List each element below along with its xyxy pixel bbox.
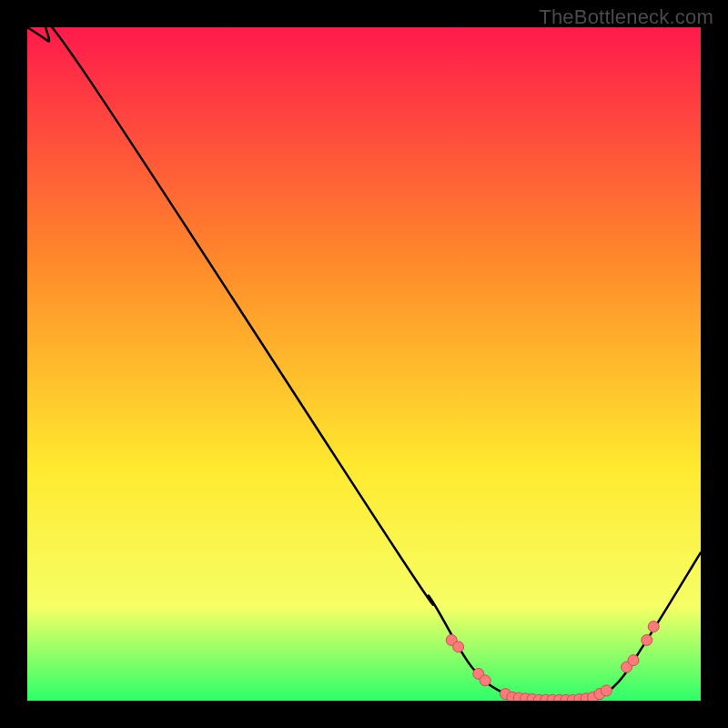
data-dot bbox=[601, 685, 612, 696]
data-dot bbox=[480, 675, 490, 686]
chart-frame: TheBottleneck.com bbox=[0, 0, 728, 728]
data-dot bbox=[648, 622, 659, 632]
data-dot bbox=[453, 642, 464, 652]
plot-area bbox=[27, 27, 701, 701]
chart-background bbox=[27, 27, 701, 701]
data-dot bbox=[628, 655, 639, 666]
data-dot bbox=[642, 634, 652, 645]
chart-svg bbox=[27, 27, 701, 701]
watermark-text: TheBottleneck.com bbox=[539, 5, 713, 29]
